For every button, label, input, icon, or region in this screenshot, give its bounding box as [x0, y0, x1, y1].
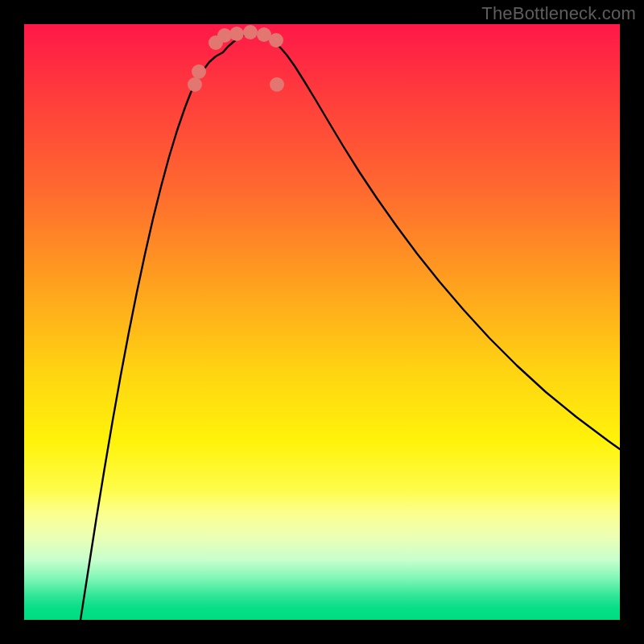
curve-overlay — [24, 24, 620, 620]
curve-marker — [243, 25, 258, 39]
watermark-label: TheBottleneck.com — [481, 3, 636, 24]
curve-marker — [188, 77, 202, 92]
curve-marker — [192, 64, 206, 79]
chart-frame: TheBottleneck.com — [0, 0, 644, 644]
curve-marker — [270, 77, 284, 92]
plot-area — [24, 24, 620, 620]
curve-markers — [188, 25, 284, 92]
curve-marker — [229, 27, 244, 41]
bottleneck-curve — [80, 32, 620, 620]
curve-marker — [269, 33, 283, 47]
